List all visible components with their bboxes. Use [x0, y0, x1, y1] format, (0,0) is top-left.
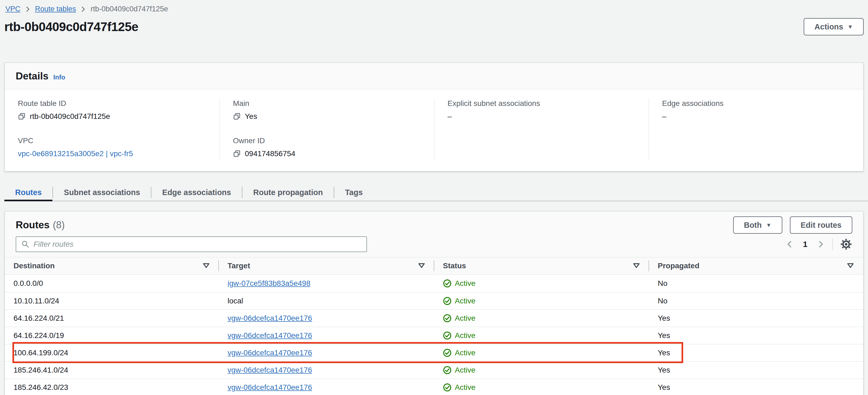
- status-ok-icon: [443, 297, 452, 305]
- filter-triangle-icon[interactable]: [847, 263, 854, 269]
- page-title: rtb-0b0409c0d747f125e: [4, 20, 138, 34]
- routes-table-header: Destination Target Status Propagated: [5, 257, 863, 275]
- status-ok-icon: [443, 314, 452, 323]
- column-header-destination[interactable]: Destination: [5, 258, 219, 274]
- destination-cell: 185.246.41.0/24: [5, 362, 219, 378]
- field-label: Edge associations: [662, 99, 850, 108]
- status-ok-icon: [443, 279, 452, 288]
- breadcrumb-current: rtb-0b0409c0d747f125e: [91, 5, 168, 13]
- field-route-table-id: Route table ID rtb-0b0409c0d747f125e: [18, 99, 207, 122]
- field-label: Route table ID: [18, 99, 207, 108]
- tab-label: Edge associations: [162, 188, 231, 197]
- target-link[interactable]: vgw-06dcefca1470ee176: [227, 314, 312, 323]
- column-label: Propagated: [658, 262, 700, 270]
- target-link[interactable]: vgw-06dcefca1470ee176: [227, 331, 312, 340]
- chevron-down-icon: ▼: [766, 222, 772, 228]
- field-main: Main Yes: [233, 99, 421, 122]
- field-label: Main: [233, 99, 421, 108]
- destination-cell: 64.16.224.0/19: [5, 327, 219, 344]
- target-link[interactable]: vgw-06dcefca1470ee176: [227, 383, 312, 392]
- target-link[interactable]: vgw-06dcefca1470ee176: [227, 366, 312, 374]
- target-link[interactable]: vgw-06dcefca1470ee176: [227, 349, 312, 357]
- tab-bar: Routes Subnet associations Edge associat…: [4, 184, 868, 201]
- next-page-button[interactable]: [816, 240, 825, 249]
- column-label: Status: [443, 262, 466, 270]
- table-row: 185.246.42.0/23 vgw-06dcefca1470ee176 Ac…: [5, 378, 863, 395]
- routes-count: (8): [53, 219, 65, 231]
- field-vpc: VPC vpc-0e68913215a3005e2 | vpc-fr5: [18, 136, 207, 159]
- page-number[interactable]: 1: [801, 240, 809, 249]
- owner-id-value: 094174856754: [245, 150, 296, 158]
- pagination-divider: [832, 238, 833, 250]
- copy-icon[interactable]: [233, 150, 241, 158]
- status-text: Active: [455, 366, 475, 374]
- destination-cell: 64.16.224.0/21: [5, 310, 219, 327]
- column-label: Destination: [13, 262, 55, 270]
- propagated-cell: Yes: [649, 379, 863, 395]
- page-header: rtb-0b0409c0d747f125e Actions ▼: [4, 17, 864, 36]
- tab-label: Subnet associations: [64, 188, 140, 197]
- tab-route-propagation[interactable]: Route propagation: [242, 184, 334, 201]
- edit-routes-button[interactable]: Edit routes: [790, 217, 852, 234]
- table-row: 0.0.0.0/0 igw-07ce5f83b83a5e498 Active N…: [5, 275, 863, 292]
- tab-label: Route propagation: [253, 188, 323, 197]
- details-info-link[interactable]: Info: [53, 73, 65, 81]
- filter-triangle-icon[interactable]: [418, 263, 425, 269]
- edge-associations-value: –: [662, 112, 666, 121]
- both-filter-dropdown[interactable]: Both ▼: [733, 217, 782, 234]
- field-explicit-subnet-associations: Explicit subnet associations –: [447, 99, 636, 122]
- previous-page-button[interactable]: [785, 240, 794, 249]
- tab-subnet-associations[interactable]: Subnet associations: [53, 184, 151, 201]
- copy-icon[interactable]: [233, 112, 241, 121]
- breadcrumb-link-route-tables[interactable]: Route tables: [35, 5, 76, 13]
- breadcrumb: VPC Route tables rtb-0b0409c0d747f125e: [0, 0, 868, 13]
- propagated-cell: No: [649, 275, 863, 292]
- field-owner-id: Owner ID 094174856754: [233, 136, 421, 159]
- routes-title: Routes: [16, 219, 50, 231]
- status-text: Active: [455, 383, 475, 392]
- routes-table-body: 0.0.0.0/0 igw-07ce5f83b83a5e498 Active N…: [5, 275, 863, 395]
- propagated-cell: Yes: [649, 327, 863, 344]
- route-table-detail-page: VPC Route tables rtb-0b0409c0d747f125e r…: [0, 0, 868, 395]
- status-ok-icon: [443, 383, 452, 392]
- table-row: 64.16.224.0/19 vgw-06dcefca1470ee176 Act…: [5, 327, 863, 344]
- table-row: 10.10.11.0/24 local Active No: [5, 292, 863, 309]
- tab-edge-associations[interactable]: Edge associations: [151, 184, 242, 201]
- details-panel-header: Details Info: [5, 63, 863, 90]
- filter-triangle-icon[interactable]: [203, 263, 210, 269]
- status-ok-icon: [443, 331, 452, 340]
- tab-routes[interactable]: Routes: [4, 184, 53, 201]
- route-table-id-value: rtb-0b0409c0d747f125e: [30, 112, 110, 121]
- pagination: 1: [785, 238, 852, 251]
- column-header-status[interactable]: Status: [434, 258, 649, 274]
- propagated-cell: Yes: [649, 310, 863, 327]
- details-title: Details: [16, 70, 49, 82]
- details-column-1: Route table ID rtb-0b0409c0d747f125e VPC…: [5, 99, 219, 159]
- actions-button-label: Actions: [814, 23, 843, 31]
- breadcrumb-link-vpc[interactable]: VPC: [5, 5, 21, 13]
- propagated-cell: Yes: [649, 362, 863, 378]
- details-column-4: Edge associations –: [649, 99, 863, 159]
- status-text: Active: [455, 314, 475, 323]
- details-column-2: Main Yes Owner ID 094174856754: [219, 99, 434, 159]
- actions-button[interactable]: Actions ▼: [804, 18, 864, 35]
- destination-cell: 10.10.11.0/24: [5, 293, 219, 309]
- filter-routes-input[interactable]: [33, 240, 362, 249]
- column-header-target[interactable]: Target: [219, 258, 434, 274]
- vpc-link[interactable]: vpc-0e68913215a3005e2 | vpc-fr5: [18, 150, 133, 158]
- main-value: Yes: [245, 112, 257, 121]
- table-row: 185.246.41.0/24 vgw-06dcefca1470ee176 Ac…: [5, 361, 863, 378]
- gear-icon[interactable]: [840, 238, 852, 251]
- copy-icon[interactable]: [18, 112, 26, 121]
- propagated-cell: No: [649, 293, 863, 309]
- filter-triangle-icon[interactable]: [633, 263, 640, 269]
- details-body: Route table ID rtb-0b0409c0d747f125e VPC…: [5, 90, 863, 171]
- status-text: Active: [455, 349, 475, 357]
- search-icon: [21, 240, 30, 249]
- target-link[interactable]: igw-07ce5f83b83a5e498: [227, 279, 310, 288]
- filter-routes-searchbox: [16, 236, 367, 252]
- routes-panel: Routes (8) Both ▼ Edit routes: [4, 211, 864, 395]
- tab-tags[interactable]: Tags: [334, 184, 374, 201]
- column-header-propagated[interactable]: Propagated: [649, 258, 863, 274]
- status-text: Active: [455, 297, 475, 305]
